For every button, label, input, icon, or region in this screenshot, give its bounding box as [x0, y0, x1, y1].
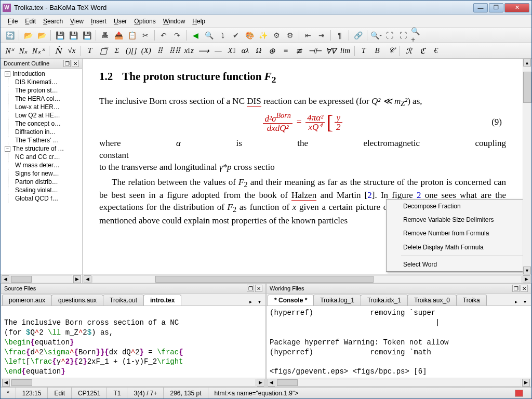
- outline-child[interactable]: DIS Kinemati…: [1, 78, 82, 86]
- panel-close-icon[interactable]: ✕: [72, 60, 79, 67]
- outline-child[interactable]: Scaling violat…: [1, 186, 82, 194]
- tab[interactable]: intro.tex: [143, 295, 181, 305]
- ctx-select-word[interactable]: Select WordCtrl+W: [387, 258, 523, 271]
- console-output[interactable]: (hyperref) removing `super | Package hyp…: [267, 306, 531, 378]
- document-vscroll[interactable]: ▲ ▼: [523, 59, 531, 274]
- fit-icon[interactable]: ⛶: [383, 29, 396, 42]
- new-icon[interactable]: ✨: [257, 29, 269, 42]
- math-symbol-button[interactable]: □̅: [97, 45, 110, 57]
- outline-child[interactable]: The 'Fathers' …: [1, 136, 82, 144]
- scroll-right-icon[interactable]: ▶: [257, 379, 264, 387]
- tab[interactable]: pomeron.aux: [2, 295, 52, 305]
- math-symbol-button[interactable]: ⊣⊢: [307, 45, 323, 57]
- scroll-right-icon[interactable]: ▶: [73, 275, 81, 283]
- scroll-left-icon[interactable]: ◀: [84, 275, 91, 283]
- saveall-icon[interactable]: 💾: [67, 29, 79, 42]
- panel-restore-icon[interactable]: ❐: [512, 285, 520, 292]
- math-symbol-button[interactable]: —: [212, 45, 224, 57]
- math-symbol-button[interactable]: B: [371, 45, 383, 57]
- cut-icon[interactable]: ✂: [139, 29, 152, 42]
- panel-close-icon[interactable]: ✕: [521, 285, 528, 292]
- menu-search[interactable]: Search: [40, 17, 66, 26]
- math-symbol-button[interactable]: €: [430, 45, 442, 57]
- math-symbol-button[interactable]: x⃗z: [183, 45, 195, 57]
- math-symbol-button[interactable]: Σ: [111, 45, 123, 57]
- saveas-icon[interactable]: 💾: [81, 29, 93, 42]
- working-hscroll[interactable]: ◀ ▶: [267, 378, 531, 387]
- outline-node-introduction[interactable]: −Introduction: [1, 70, 82, 78]
- link-icon[interactable]: 🔗: [352, 29, 364, 42]
- zoom-out-icon[interactable]: 🔍-: [370, 29, 382, 42]
- outline-child[interactable]: Low-x at HER…: [1, 103, 82, 111]
- source-editor[interactable]: The inclusive Born cross section of a NC…: [1, 306, 265, 378]
- source-hscroll[interactable]: ◀ ▶: [1, 378, 265, 387]
- math-symbol-button[interactable]: ⠿⠿: [167, 45, 182, 57]
- math-symbol-button[interactable]: ⟶: [196, 45, 211, 57]
- indent-right-icon[interactable]: ⇥: [315, 29, 328, 42]
- outline-node-structure[interactable]: −The structure of …: [1, 144, 82, 153]
- math-symbol-button[interactable]: X⃗: [225, 45, 238, 57]
- find-icon[interactable]: 🔍: [203, 29, 215, 42]
- outline-hscroll[interactable]: ◀ ▶: [1, 274, 82, 283]
- tab[interactable]: Troika.out: [103, 295, 144, 305]
- tab-nav-icon[interactable]: ▸: [246, 297, 255, 305]
- panel-close-icon[interactable]: ✕: [255, 285, 262, 292]
- math-symbol-button[interactable]: Nₓˣ: [31, 45, 46, 57]
- scroll-right-icon[interactable]: ▶: [522, 379, 530, 387]
- document-page[interactable]: 1.2The proton structure function F2 The …: [83, 59, 523, 274]
- tool2-icon[interactable]: ⚙: [284, 29, 296, 42]
- math-symbol-button[interactable]: √x: [65, 45, 78, 57]
- math-symbol-button[interactable]: ⊕: [266, 45, 278, 57]
- outline-child[interactable]: The proton st…: [1, 86, 82, 95]
- display-equation[interactable]: d²σBorndxdQ² = 4πα²xQ⁴ [ y2 (9): [99, 112, 506, 132]
- panel-restore-icon[interactable]: ❐: [247, 285, 254, 292]
- ctx-remove-number[interactable]: Remove Number from Formula: [387, 227, 523, 240]
- menu-help[interactable]: Help: [189, 17, 208, 26]
- close-button[interactable]: ✕: [504, 3, 529, 12]
- maximize-button[interactable]: ❐: [489, 3, 503, 12]
- save-icon[interactable]: 💾: [54, 29, 66, 42]
- math-symbol-button[interactable]: ()[]: [124, 45, 139, 57]
- undo-icon[interactable]: ↶: [157, 29, 170, 42]
- menu-edit[interactable]: Edit: [22, 17, 39, 26]
- scroll-left-icon[interactable]: ◀: [268, 379, 275, 387]
- outline-child[interactable]: Diffraction in…: [1, 128, 82, 136]
- citation-link[interactable]: 2: [367, 190, 372, 200]
- spellcheck-icon[interactable]: ✔: [230, 29, 242, 42]
- tab[interactable]: Troika: [456, 295, 487, 305]
- ctx-remove-delimiters[interactable]: Remove Variable Size Delimiters: [387, 213, 523, 227]
- tab-nav-icon[interactable]: ▾: [521, 297, 529, 305]
- tab[interactable]: Troika.log_1: [313, 295, 361, 305]
- redo-icon[interactable]: ↷: [171, 29, 183, 42]
- export-icon[interactable]: 📤: [112, 29, 125, 42]
- back-icon[interactable]: ◀: [189, 29, 202, 42]
- open2-icon[interactable]: 📂: [35, 29, 48, 42]
- outline-tree[interactable]: −Introduction DIS Kinemati…The proton st…: [1, 69, 82, 274]
- math-symbol-button[interactable]: Ω: [252, 45, 265, 57]
- math-symbol-button[interactable]: ≇: [293, 45, 305, 57]
- math-symbol-button[interactable]: N̂: [52, 45, 64, 57]
- tab[interactable]: questions.aux: [51, 295, 103, 305]
- outline-child[interactable]: Global QCD f…: [1, 194, 82, 203]
- scroll-down-icon[interactable]: ▼: [523, 267, 531, 274]
- menu-file[interactable]: File: [5, 17, 21, 26]
- math-symbol-button[interactable]: 𝒞: [384, 45, 397, 57]
- para-icon[interactable]: ¶: [334, 29, 346, 42]
- outline-child[interactable]: Signs for new…: [1, 169, 82, 178]
- scroll-up-icon[interactable]: ▲: [523, 59, 531, 66]
- goto-icon[interactable]: ⤵: [216, 29, 229, 42]
- math-symbol-button[interactable]: αλ: [239, 45, 251, 57]
- scroll-right-icon[interactable]: ▶: [523, 275, 530, 283]
- tool1-icon[interactable]: ⚙: [270, 29, 283, 42]
- scroll-left-icon[interactable]: ◀: [2, 379, 10, 387]
- math-symbol-button[interactable]: T: [357, 45, 370, 57]
- menu-insert[interactable]: Insert: [88, 17, 110, 26]
- tab[interactable]: * Console *: [268, 295, 314, 305]
- status-doc-icon[interactable]: [509, 388, 531, 398]
- outline-child[interactable]: NC and CC cr…: [1, 153, 82, 161]
- math-symbol-button[interactable]: ∀∇: [324, 45, 338, 57]
- math-symbol-button[interactable]: T: [84, 45, 96, 57]
- math-symbol-button[interactable]: Nˣ: [4, 45, 16, 57]
- scroll-left-icon[interactable]: ◀: [2, 275, 9, 283]
- palette-icon[interactable]: 🎨: [243, 29, 256, 42]
